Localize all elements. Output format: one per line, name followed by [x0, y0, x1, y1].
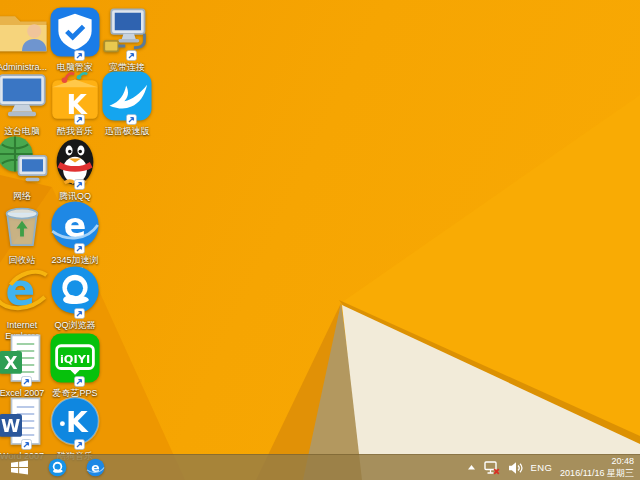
clock-date: 2016/11/16 星期三 [560, 468, 634, 480]
network-status-button[interactable] [484, 455, 500, 480]
icon-label: 迅雷极速版 [99, 126, 155, 137]
desktop-icon-network[interactable]: 网络 [0, 133, 50, 202]
shortcut-arrow-icon [21, 439, 32, 450]
kugou-icon: K [47, 393, 103, 449]
svg-text:X: X [4, 353, 18, 373]
broadband-icon [99, 4, 155, 60]
taskbar-qq-browser-button[interactable] [38, 455, 76, 480]
clock-time: 20:48 [560, 456, 634, 468]
e-browser-icon: e [47, 197, 103, 253]
chevron-up-icon [467, 464, 476, 471]
speaker-icon [508, 461, 523, 475]
this-pc-icon [0, 68, 50, 124]
shortcut-arrow-icon [74, 114, 85, 125]
shortcut-arrow-icon [74, 50, 85, 61]
desktop-icon-xunlei-speed[interactable]: 迅雷极速版 [99, 68, 155, 137]
shortcut-arrow-icon [21, 376, 32, 387]
taskbar-2345-browser-button[interactable]: e [76, 455, 114, 480]
taskbar: e [0, 454, 640, 480]
qq-browser-icon [47, 262, 103, 318]
taskbar-apps: e [38, 455, 114, 480]
pc-manager-icon [47, 4, 103, 60]
desktop-icon-administrator[interactable]: Administra... [0, 4, 50, 73]
e-browser-icon: e [85, 457, 106, 478]
shortcut-arrow-icon [74, 308, 85, 319]
user-folder-icon [0, 4, 50, 60]
start-button[interactable] [0, 455, 38, 480]
xunlei-icon [99, 68, 155, 124]
shortcut-arrow-icon [74, 439, 85, 450]
system-tray: ENG 20:48 2016/11/16 星期三 [467, 455, 640, 480]
shortcut-arrow-icon [74, 243, 85, 254]
desktop-icon-word-2007[interactable]: WWord 2007 [0, 393, 50, 462]
desktop-icon-qq-browser[interactable]: QQ浏览器 [47, 262, 103, 331]
kuwo-icon: K [47, 68, 103, 124]
shortcut-arrow-icon [74, 376, 85, 387]
svg-text:iQIYI: iQIYI [60, 352, 90, 366]
svg-text:K: K [66, 406, 89, 439]
desktop-icon-iqiyi-pps[interactable]: iQIYI爱奇艺PPS [47, 330, 103, 399]
shortcut-arrow-icon [126, 50, 137, 61]
windows-logo-icon [11, 460, 28, 475]
show-hidden-icons-button[interactable] [467, 455, 476, 480]
network-disconnected-icon [484, 461, 500, 475]
desktop-icon-tencent-qq[interactable]: 腾讯QQ [47, 133, 103, 202]
desktop-icon-broadband[interactable]: 宽带连接 [99, 4, 155, 73]
qq-browser-icon [47, 457, 68, 478]
taskbar-clock[interactable]: 20:48 2016/11/16 星期三 [560, 456, 634, 479]
recycle-bin-icon [0, 197, 50, 253]
desktop-icon-this-pc[interactable]: 这台电脑 [0, 68, 50, 137]
qq-icon [47, 133, 103, 189]
word-icon: W [0, 393, 50, 449]
desktop-icon-excel-2007[interactable]: XExcel 2007 [0, 330, 50, 399]
desktop: Administra...电脑管家宽带连接这台电脑K酷我音乐迅雷极速版网络腾讯Q… [0, 0, 640, 480]
language-indicator[interactable]: ENG [531, 455, 553, 480]
volume-button[interactable] [508, 455, 523, 480]
svg-text:W: W [1, 416, 20, 436]
desktop-icon-kugou-music[interactable]: K酷狗音乐 [47, 393, 103, 462]
language-label: ENG [531, 462, 553, 473]
desktop-icon-recycle-bin[interactable]: 回收站 [0, 197, 50, 266]
excel-icon: X [0, 330, 50, 386]
ie-icon: e [0, 262, 50, 318]
shortcut-arrow-icon [74, 179, 85, 190]
network-icon [0, 133, 50, 189]
shortcut-arrow-icon [126, 114, 137, 125]
iqiyi-icon: iQIYI [47, 330, 103, 386]
desktop-icon-kuwo-music[interactable]: K酷我音乐 [47, 68, 103, 137]
desktop-icon-pc-manager[interactable]: 电脑管家 [47, 4, 103, 73]
